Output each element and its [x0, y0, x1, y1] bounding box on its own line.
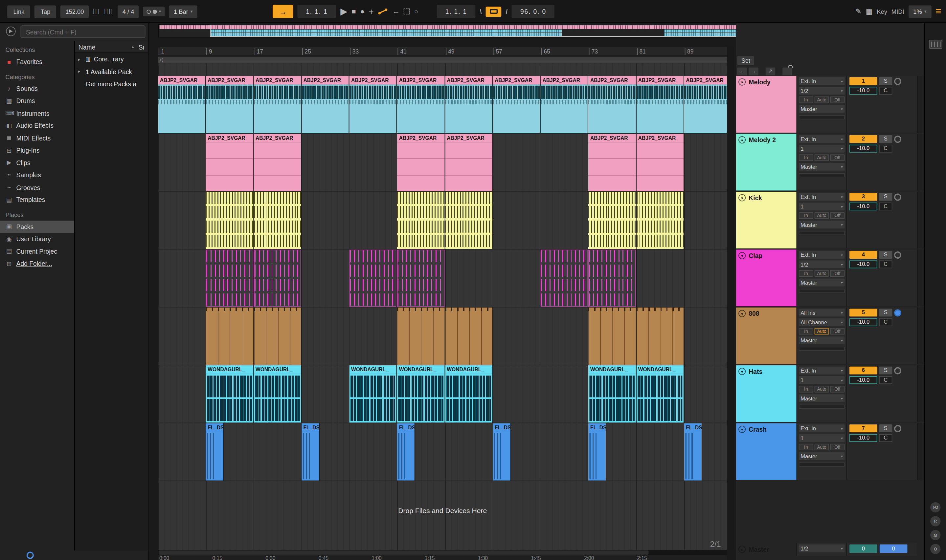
record-button[interactable]: ●	[361, 7, 365, 16]
input-select[interactable]: Ext. In▾	[799, 251, 845, 258]
monitor-in[interactable]: In	[799, 212, 813, 219]
arm-button[interactable]	[894, 309, 901, 316]
output-select[interactable]: Master▾	[799, 394, 845, 402]
tempo-field[interactable]: 152.00	[61, 5, 89, 18]
volume-field[interactable]: -10.0	[849, 434, 877, 442]
loop-circle-icon[interactable]: ○	[414, 8, 418, 15]
tap-tempo-button[interactable]: Tap	[34, 5, 56, 18]
track-number[interactable]: 5	[849, 309, 877, 317]
punch-region-icon[interactable]	[404, 9, 410, 14]
solo-button[interactable]: S	[879, 193, 892, 201]
clip-crash-bar-73[interactable]: FL_DS	[589, 423, 607, 480]
input-select[interactable]: Ext. In▾	[799, 367, 845, 375]
clip-808-bar-9[interactable]	[206, 308, 254, 365]
arrangement-tracks-area[interactable]: ABJP2_SVGARABJP2_SVGARABJP2_SVGARABJP2_S…	[158, 63, 727, 550]
channel-select[interactable]: 1/2▾	[799, 260, 845, 268]
arrangement-position-field[interactable]: 1. 1. 1	[297, 5, 336, 18]
browser-item-core-rary[interactable]: ▸▥Core...rary	[75, 53, 148, 66]
connection-status-icon[interactable]	[26, 552, 34, 559]
input-select[interactable]: Ext. In▾	[799, 135, 845, 143]
monitor-auto[interactable]: Auto	[815, 328, 829, 334]
draw-mode-pencil-icon[interactable]: ✎	[855, 7, 861, 16]
cpu-load-meter[interactable]: 1% ▾	[908, 5, 931, 18]
track-number[interactable]: 2	[849, 135, 877, 143]
track-number[interactable]: 6	[849, 367, 877, 375]
clip-clap-bar-41[interactable]	[397, 249, 445, 306]
clip-melody-bar-41[interactable]: ABJP2_SVGAR	[397, 76, 445, 133]
monitor-off[interactable]: Off	[830, 270, 844, 277]
monitor-off[interactable]: Off	[830, 444, 844, 450]
solo-button[interactable]: S	[879, 425, 892, 432]
master-level-a[interactable]: 0	[849, 545, 877, 553]
name-column-header[interactable]: Name	[79, 43, 95, 50]
pan-field[interactable]: C	[879, 318, 892, 326]
clip-melody-bar-57[interactable]: ABJP2_SVGAR	[493, 76, 541, 133]
punch-in-icon[interactable]: \	[480, 8, 482, 15]
clip-hats-bar-33[interactable]: WONDAGURL_	[350, 365, 398, 423]
midi-map-button[interactable]: MIDI	[892, 8, 904, 15]
monitor-auto[interactable]: Auto	[815, 97, 829, 103]
clip-melody-bar-33[interactable]: ABJP2_SVGAR	[350, 76, 398, 133]
output-select[interactable]: Master▾	[799, 452, 845, 460]
monitor-off[interactable]: Off	[830, 154, 844, 161]
nudge-up-icon[interactable]: ||||	[104, 9, 113, 14]
track-name-block-melody[interactable]: ▾Melody	[736, 76, 797, 132]
loop-switch[interactable]	[486, 6, 502, 16]
key-map-button[interactable]: Key	[877, 8, 887, 15]
horizontal-scrollbar[interactable]	[158, 550, 727, 555]
pan-field[interactable]: C	[879, 260, 892, 268]
clip-kick-bar-9[interactable]	[206, 192, 254, 249]
arm-button[interactable]	[894, 77, 901, 85]
track-number[interactable]: 3	[849, 193, 877, 201]
output-select[interactable]: Master▾	[799, 221, 845, 228]
clip-clap-bar-33[interactable]	[350, 249, 398, 306]
monitor-auto[interactable]: Auto	[815, 212, 829, 219]
fold-icon[interactable]: ▾	[738, 136, 746, 143]
loop-length-field[interactable]: 96. 0. 0	[512, 5, 555, 18]
new-button[interactable]: +	[369, 6, 374, 16]
clip-melody-2-bar-9[interactable]: ABJP2_SVGAR	[206, 134, 254, 191]
clip-hats-bar-9[interactable]: WONDAGURL_	[206, 365, 254, 423]
browser-item-get-more-packs-a[interactable]: Get more Packs a	[75, 78, 148, 90]
prev-locator-button[interactable]: ←	[737, 68, 747, 75]
clip-melody-bar-25[interactable]: ABJP2_SVGAR	[302, 76, 350, 133]
volume-field[interactable]: -10.0	[849, 376, 877, 384]
volume-field[interactable]: -10.0	[849, 203, 877, 211]
clip-melody-bar-89[interactable]: ABJP2_SVGAR	[684, 76, 727, 133]
clip-melody-bar-81[interactable]: ABJP2_SVGAR	[636, 76, 684, 133]
monitor-off[interactable]: Off	[830, 386, 844, 392]
monitor-off[interactable]: Off	[830, 212, 844, 219]
track-number[interactable]: 4	[849, 251, 877, 258]
scrollbar-handle[interactable]	[159, 551, 649, 555]
monitor-in[interactable]: In	[799, 444, 813, 450]
follow-button[interactable]: →	[273, 5, 293, 18]
pan-field[interactable]: C	[879, 145, 892, 152]
link-button[interactable]: Link	[7, 5, 30, 18]
sidebar-item-midi-effects[interactable]: ≣MIDI Effects	[0, 132, 74, 144]
fold-icon[interactable]: ▸	[738, 546, 746, 553]
clip-kick-bar-73[interactable]	[589, 192, 636, 249]
monitor-off[interactable]: Off	[830, 328, 844, 334]
clip-808-bar-17[interactable]	[254, 308, 302, 365]
set-locator-button[interactable]: Set	[737, 56, 754, 65]
sidebar-item-current-projec[interactable]: ▤Current Projec	[0, 245, 74, 258]
track-name-block-hats[interactable]: ▾Hats	[736, 365, 797, 422]
output-select[interactable]: Master▾	[799, 163, 845, 171]
lock-envelopes-button[interactable]	[783, 68, 792, 75]
expander-icon[interactable]: ▸	[78, 69, 83, 74]
channel-select[interactable]: 1▾	[799, 376, 845, 384]
sidebar-item-drums[interactable]: ▦Drums	[0, 95, 74, 107]
fold-icon[interactable]: ▾	[738, 426, 746, 433]
clip-crash-bar-41[interactable]: FL_DS	[397, 423, 415, 480]
clip-clap-bar-65[interactable]	[541, 249, 589, 306]
sidebar-item-samples[interactable]: ≈Samples	[0, 169, 74, 181]
track-name-block-melody-2[interactable]: ▾Melody 2	[736, 134, 797, 191]
toggle-i-o[interactable]: I-O	[930, 502, 940, 512]
output-select[interactable]: Master▾	[799, 337, 845, 344]
clip-crash-bar-25[interactable]: FL_DS	[302, 423, 320, 480]
toggle-r[interactable]: R	[930, 516, 940, 526]
monitor-auto[interactable]: Auto	[815, 154, 829, 161]
monitor-off[interactable]: Off	[830, 97, 844, 103]
clip-clap-bar-9[interactable]	[206, 249, 254, 306]
volume-field[interactable]: -10.0	[849, 260, 877, 268]
